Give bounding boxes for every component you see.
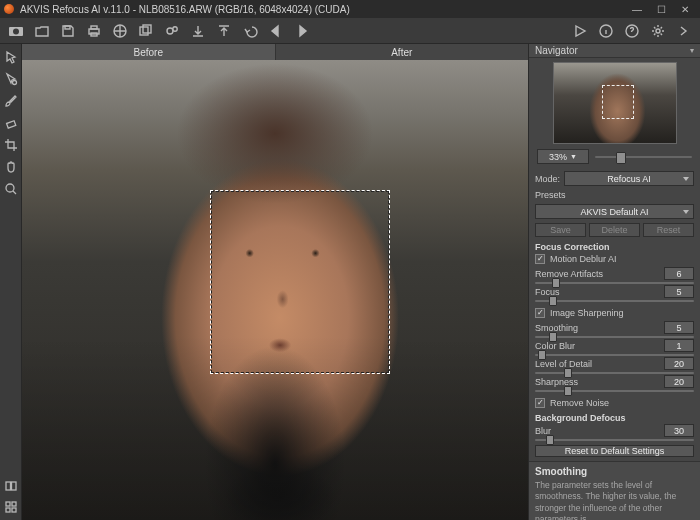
- run-button-icon[interactable]: [570, 21, 590, 41]
- svg-rect-7: [140, 27, 148, 35]
- preset-save-button[interactable]: Save: [535, 223, 586, 237]
- camera-badge-icon[interactable]: [6, 21, 26, 41]
- svg-point-14: [12, 81, 16, 85]
- crop-tool-icon[interactable]: [2, 136, 20, 154]
- focus-label: Focus: [535, 287, 560, 297]
- color-blur-slider[interactable]: [535, 354, 694, 356]
- navigator-collapse-icon[interactable]: ▾: [690, 46, 694, 55]
- motion-deblur-label: Motion Deblur AI: [550, 254, 617, 264]
- preset-reset-button[interactable]: Reset: [643, 223, 694, 237]
- zoom-tool-icon[interactable]: [2, 180, 20, 198]
- remove-noise-label: Remove Noise: [550, 398, 609, 408]
- remove-artifacts-value[interactable]: 6: [664, 267, 694, 280]
- color-blur-value[interactable]: 1: [664, 339, 694, 352]
- zoom-slider[interactable]: [595, 156, 692, 158]
- export-icon[interactable]: [188, 21, 208, 41]
- svg-rect-15: [6, 121, 15, 128]
- preset-delete-button[interactable]: Delete: [589, 223, 640, 237]
- double-gear-icon[interactable]: [162, 21, 182, 41]
- tab-before[interactable]: Before: [22, 44, 276, 60]
- tab-after[interactable]: After: [276, 44, 529, 60]
- open-file-icon[interactable]: [32, 21, 52, 41]
- detail-value[interactable]: 20: [664, 357, 694, 370]
- preset-select[interactable]: AKVIS Default AI: [535, 204, 694, 219]
- svg-point-10: [173, 26, 177, 30]
- smoothing-slider[interactable]: [535, 336, 694, 338]
- brush-tool-icon[interactable]: [2, 92, 20, 110]
- hint-title: Smoothing: [535, 466, 694, 477]
- svg-rect-17: [6, 482, 11, 490]
- batch-icon[interactable]: [136, 21, 156, 41]
- hand-tool-icon[interactable]: [2, 158, 20, 176]
- import-icon[interactable]: [214, 21, 234, 41]
- smoothing-label: Smoothing: [535, 323, 578, 333]
- color-blur-label: Color Blur: [535, 341, 575, 351]
- detail-slider[interactable]: [535, 372, 694, 374]
- grid-view-icon[interactable]: [2, 498, 20, 516]
- svg-point-16: [6, 184, 14, 192]
- sharpness-label: Sharpness: [535, 377, 578, 387]
- svg-rect-4: [91, 26, 97, 29]
- compare-view-icon[interactable]: [2, 477, 20, 495]
- top-toolbar: [0, 18, 700, 44]
- title-bar: AKVIS Refocus AI v.11.0 - NLB08516.ARW (…: [0, 0, 700, 18]
- bg-blur-value[interactable]: 30: [664, 424, 694, 437]
- svg-point-13: [656, 29, 660, 33]
- bg-blur-slider[interactable]: [535, 439, 694, 441]
- sharpness-slider[interactable]: [535, 390, 694, 392]
- navigator-selection[interactable]: [602, 85, 634, 119]
- undo-icon[interactable]: [240, 21, 260, 41]
- toolbar-chevron-icon[interactable]: [674, 21, 694, 41]
- reset-defaults-button[interactable]: Reset to Default Settings: [535, 445, 694, 457]
- remove-noise-checkbox[interactable]: [535, 398, 545, 408]
- image-sharpening-checkbox[interactable]: [535, 308, 545, 318]
- save-file-icon[interactable]: [58, 21, 78, 41]
- quick-select-tool-icon[interactable]: [2, 70, 20, 88]
- presets-label: Presets: [535, 190, 566, 200]
- focus-correction-title: Focus Correction: [529, 239, 700, 252]
- zoom-select[interactable]: 33% ▼: [537, 149, 589, 164]
- info-icon[interactable]: [596, 21, 616, 41]
- svg-point-9: [167, 28, 173, 34]
- detail-label: Level of Detail: [535, 359, 592, 369]
- window-close-button[interactable]: ✕: [674, 2, 696, 16]
- svg-rect-8: [143, 25, 151, 33]
- hint-body: The parameter sets the level of smoothne…: [535, 480, 694, 520]
- chevron-down-icon: ▼: [570, 153, 577, 160]
- motion-deblur-checkbox[interactable]: [535, 254, 545, 264]
- nav-next-icon[interactable]: [292, 21, 312, 41]
- svg-rect-19: [6, 502, 10, 506]
- remove-artifacts-slider[interactable]: [535, 282, 694, 284]
- svg-rect-22: [12, 508, 16, 512]
- mode-select[interactable]: Refocus AI: [564, 171, 694, 186]
- print-icon[interactable]: [84, 21, 104, 41]
- navigator-thumbnail[interactable]: [553, 62, 677, 144]
- svg-rect-2: [65, 26, 70, 29]
- smoothing-value[interactable]: 5: [664, 321, 694, 334]
- window-minimize-button[interactable]: —: [626, 2, 648, 16]
- left-toolbox: [0, 44, 22, 520]
- arrow-tool-icon[interactable]: [2, 48, 20, 66]
- settings-panel: Navigator ▾ 33% ▼ Mode: Refocus AI Prese…: [528, 44, 700, 520]
- svg-rect-18: [12, 482, 17, 490]
- eraser-tool-icon[interactable]: [2, 114, 20, 132]
- app-logo-icon: [4, 4, 14, 14]
- nav-prev-icon[interactable]: [266, 21, 286, 41]
- window-title: AKVIS Refocus AI v.11.0 - NLB08516.ARW (…: [20, 4, 350, 15]
- focus-slider[interactable]: [535, 300, 694, 302]
- preferences-icon[interactable]: [648, 21, 668, 41]
- navigator-title: Navigator: [535, 45, 578, 56]
- image-canvas[interactable]: [22, 60, 528, 520]
- sharpness-value[interactable]: 20: [664, 375, 694, 388]
- remove-artifacts-label: Remove Artifacts: [535, 269, 603, 279]
- svg-point-1: [13, 28, 19, 34]
- svg-rect-21: [6, 508, 10, 512]
- window-maximize-button[interactable]: ☐: [650, 2, 672, 16]
- focus-value[interactable]: 5: [664, 285, 694, 298]
- help-icon[interactable]: [622, 21, 642, 41]
- zoom-value: 33%: [549, 152, 567, 162]
- bg-blur-label: Blur: [535, 426, 551, 436]
- svg-rect-20: [12, 502, 16, 506]
- preview-selection[interactable]: [210, 190, 390, 374]
- publish-icon[interactable]: [110, 21, 130, 41]
